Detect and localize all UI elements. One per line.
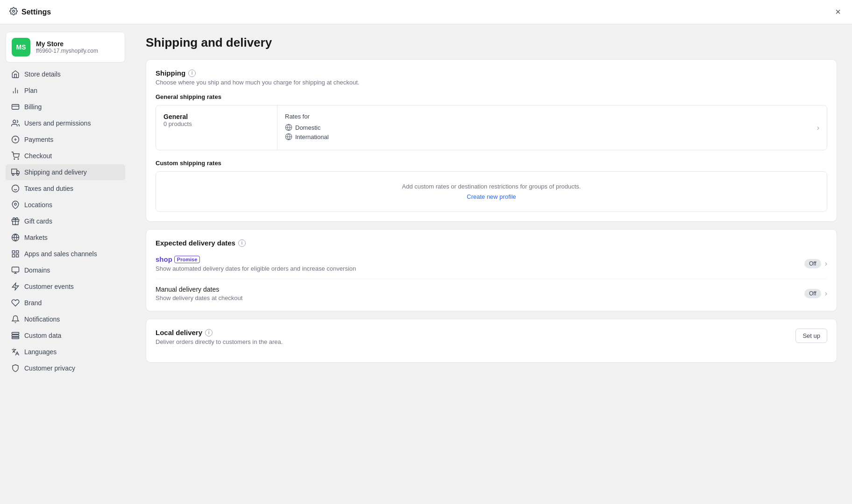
sidebar-item-shipping[interactable]: Shipping and delivery [6, 164, 125, 180]
markets-icon [11, 233, 20, 242]
general-rates-heading: General shipping rates [156, 93, 827, 100]
sidebar-item-billing[interactable]: Billing [6, 99, 125, 115]
rates-for-container: Rates for Domestic [285, 113, 329, 142]
shop-promise-desc: Show automated delivery dates for eligib… [156, 265, 804, 272]
sidebar-item-domains[interactable]: Domains [6, 262, 125, 278]
general-label: General [163, 113, 270, 120]
svg-marker-10 [17, 171, 19, 174]
svg-rect-24 [16, 255, 19, 257]
languages-icon [11, 348, 20, 356]
privacy-icon [11, 364, 20, 372]
svg-point-0 [13, 10, 15, 13]
sidebar-label: Users and permissions [24, 119, 91, 127]
custom-rates-box: Add custom rates or destination restrict… [156, 171, 827, 212]
local-delivery-card: Local delivery i Deliver orders directly… [146, 319, 837, 363]
apps-icon [11, 250, 20, 258]
sidebar-label: Notifications [24, 315, 60, 323]
sidebar-label: Payments [24, 136, 53, 143]
sidebar-item-markets[interactable]: Markets [6, 230, 125, 245]
svg-rect-22 [16, 251, 19, 253]
sidebar-label: Domains [24, 266, 50, 274]
delivery-info-icon: i [238, 239, 246, 247]
sidebar-nav: Store details Plan Billing [6, 66, 125, 376]
sidebar-item-gift-cards[interactable]: Gift cards [6, 213, 125, 229]
events-icon [11, 282, 20, 291]
sidebar-label: Shipping and delivery [24, 168, 87, 176]
custom-data-icon [11, 331, 20, 340]
svg-rect-29 [12, 335, 19, 337]
close-button[interactable]: × [833, 5, 843, 19]
sidebar-label: Languages [24, 348, 57, 356]
sidebar-label: Billing [24, 103, 42, 111]
custom-rates-text: Add custom rates or destination restrict… [167, 183, 816, 190]
shop-promise-chevron-icon: › [825, 259, 827, 268]
brand-icon [11, 299, 20, 307]
store-info: MS My Store ff6960-17.myshopify.com [6, 32, 125, 63]
app-bar: Settings × [0, 0, 852, 24]
checkout-icon [11, 152, 20, 160]
settings-gear-icon [9, 7, 18, 17]
shop-promise-toggle[interactable]: Off [804, 259, 821, 268]
sidebar-label: Checkout [24, 152, 52, 160]
domestic-rate: Domestic [285, 124, 329, 131]
page-title: Shipping and delivery [146, 35, 837, 50]
sidebar-label: Plan [24, 87, 37, 94]
sidebar-label: Brand [24, 299, 42, 307]
sidebar-item-notifications[interactable]: Notifications [6, 311, 125, 327]
local-delivery-text: Local delivery i Deliver orders directly… [156, 329, 283, 353]
local-delivery-info-icon: i [205, 329, 213, 336]
sidebar-label: Gift cards [24, 217, 52, 225]
svg-point-13 [12, 185, 19, 192]
sidebar-item-locations[interactable]: Locations [6, 197, 125, 213]
shipping-card: Shipping i Choose where you ship and how… [146, 59, 837, 222]
sidebar-item-apps[interactable]: Apps and sales channels [6, 246, 125, 262]
rates-for-label: Rates for [285, 113, 329, 120]
general-rates-box: General 0 products Rates for Domestic [156, 105, 827, 150]
gift-icon [11, 217, 20, 225]
local-delivery-title: Local delivery i [156, 329, 283, 336]
shop-promise-row[interactable]: shop Promise Show automated delivery dat… [156, 249, 827, 279]
payments-icon [11, 135, 20, 144]
store-icon [11, 70, 20, 78]
sidebar-item-languages[interactable]: Languages [6, 344, 125, 360]
svg-point-8 [18, 159, 19, 160]
store-name: My Store [36, 40, 98, 48]
expected-delivery-card: Expected delivery dates i shop Promise S… [146, 229, 837, 311]
international-rate: International [285, 133, 329, 140]
create-profile-link[interactable]: Create new profile [467, 193, 516, 200]
sidebar-item-plan[interactable]: Plan [6, 83, 125, 98]
custom-rates-heading: Custom shipping rates [156, 160, 827, 167]
manual-delivery-label: Manual delivery dates [156, 286, 804, 293]
main-layout: MS My Store ff6960-17.myshopify.com Stor… [0, 24, 852, 504]
sidebar-item-checkout[interactable]: Checkout [6, 148, 125, 164]
sidebar-item-brand[interactable]: Brand [6, 295, 125, 311]
local-delivery-desc: Deliver orders directly to customers in … [156, 338, 283, 345]
sidebar-item-store-details[interactable]: Store details [6, 66, 125, 82]
setup-button[interactable]: Set up [795, 329, 827, 343]
sidebar-item-taxes[interactable]: Taxes and duties [6, 181, 125, 196]
sidebar-item-custom-data[interactable]: Custom data [6, 328, 125, 343]
store-domain: ff6960-17.myshopify.com [36, 48, 98, 54]
billing-icon [11, 103, 20, 111]
manual-delivery-left: Manual delivery dates Show delivery date… [156, 286, 804, 301]
manual-delivery-toggle[interactable]: Off [804, 289, 821, 298]
rates-chevron-icon: › [817, 124, 819, 132]
svg-rect-23 [12, 255, 14, 257]
rates-right[interactable]: Rates for Domestic [277, 105, 827, 150]
sidebar-item-payments[interactable]: Payments [6, 132, 125, 147]
sidebar-label: Customer privacy [24, 364, 75, 372]
sidebar-label: Locations [24, 201, 52, 209]
svg-rect-25 [12, 267, 19, 272]
shop-text: shop [156, 255, 172, 263]
manual-delivery-row[interactable]: Manual delivery dates Show delivery date… [156, 279, 827, 301]
shipping-icon [11, 168, 20, 176]
sidebar-item-customer-events[interactable]: Customer events [6, 279, 125, 294]
store-avatar: MS [12, 38, 30, 56]
svg-rect-28 [12, 332, 19, 334]
store-details-text: My Store ff6960-17.myshopify.com [36, 40, 98, 54]
shop-promise-left: shop Promise Show automated delivery dat… [156, 255, 804, 272]
shipping-desc: Choose where you ship and how much you c… [156, 79, 827, 86]
sidebar-item-customer-privacy[interactable]: Customer privacy [6, 360, 125, 376]
sidebar-item-users[interactable]: Users and permissions [6, 115, 125, 131]
sidebar-label: Apps and sales channels [24, 250, 97, 258]
